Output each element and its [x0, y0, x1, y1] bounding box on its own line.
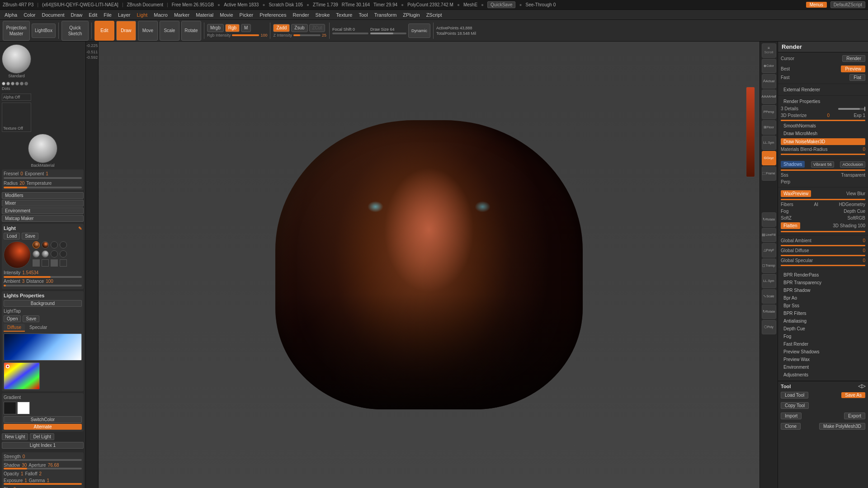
dot-3[interactable]: [11, 82, 14, 85]
lightbox-btn[interactable]: LightBox: [32, 23, 56, 38]
menu-draw[interactable]: Draw: [68, 11, 85, 19]
matcap-maker-btn[interactable]: Matcap Maker: [2, 215, 84, 222]
shadows-btn[interactable]: Shadows: [781, 161, 805, 168]
menu-alpha[interactable]: Alpha: [2, 11, 20, 19]
copy-tool-btn[interactable]: Copy Tool: [781, 402, 809, 409]
environment-btn[interactable]: Environment: [2, 207, 84, 214]
canvas-area[interactable]: [99, 42, 760, 488]
move-btn[interactable]: Move: [138, 21, 158, 41]
background-btn[interactable]: Background: [4, 300, 82, 307]
tool-collapse-icon[interactable]: ◁▷: [858, 383, 865, 389]
light-index-btn[interactable]: Light Index 1: [2, 442, 84, 449]
draw-noisemaker3d-btn[interactable]: Draw NoiseMaker3D: [781, 138, 865, 145]
zadd-btn[interactable]: Zadd: [273, 24, 290, 32]
fog-btn[interactable]: Fog: [781, 333, 865, 340]
bpr-renderpass-btn[interactable]: BPR RenderPass: [781, 271, 865, 279]
rotate-icon[interactable]: ↻Rotate: [762, 212, 776, 227]
menu-material[interactable]: Material: [193, 11, 216, 19]
rotate-btn[interactable]: Rotate: [181, 21, 201, 41]
dot-2[interactable]: [6, 82, 10, 85]
flat-btn[interactable]: Flat: [849, 74, 865, 81]
adjustments-btn[interactable]: Adjustments: [781, 371, 865, 379]
scroll-icon[interactable]: ≡Scroll: [762, 43, 776, 58]
menus-btn[interactable]: Menus: [806, 2, 827, 8]
menu-picker[interactable]: Picker: [237, 11, 256, 19]
dot-6[interactable]: [24, 82, 28, 85]
frame-icon[interactable]: ⬚Frame: [762, 166, 776, 181]
scale-btn[interactable]: Scale: [160, 21, 179, 41]
modifiers-btn[interactable]: Modifiers: [2, 192, 84, 199]
polyf-icon[interactable]: △PolyF: [762, 243, 776, 258]
light-load-btn[interactable]: Load: [4, 233, 20, 239]
menu-texture[interactable]: Texture: [333, 11, 355, 19]
light-sphere-main[interactable]: [4, 241, 31, 268]
edit-btn[interactable]: Edit: [94, 21, 114, 41]
del-light-btn[interactable]: Del Light: [30, 433, 54, 440]
make-polymesh-btn[interactable]: Make PolyMesh3D: [819, 423, 865, 430]
lsym2-icon[interactable]: LL.Sym: [762, 274, 776, 288]
rgb-btn[interactable]: Rgb: [225, 24, 240, 32]
swatch-dark[interactable]: [4, 402, 16, 414]
texture-off-box[interactable]: Texture Off: [2, 103, 31, 132]
transp-icon[interactable]: ◻Transp: [762, 258, 776, 273]
mrgb-btn[interactable]: Mrgb: [207, 24, 224, 32]
draw-micromesh-btn[interactable]: Draw MicroMesh: [781, 130, 865, 137]
gxyz-icon[interactable]: GGxyz: [762, 151, 776, 165]
m-btn[interactable]: M: [241, 24, 251, 32]
menu-light[interactable]: Light: [134, 11, 150, 19]
menu-render[interactable]: Render: [290, 11, 311, 19]
light-small-2[interactable]: [42, 250, 49, 258]
back-material-sphere[interactable]: [28, 134, 57, 163]
dot-1[interactable]: [2, 82, 5, 85]
default-script[interactable]: DefaultZScript: [830, 1, 865, 8]
preview-shadows-btn[interactable]: Preview Shadows: [781, 348, 865, 356]
light-sq-2[interactable]: [42, 259, 49, 267]
aocclusion-btn[interactable]: AOcclusion: [840, 161, 865, 168]
draw-btn[interactable]: Draw: [116, 21, 136, 41]
preview-wax-btn[interactable]: Preview Wax: [781, 356, 865, 363]
bpr-ao-btn[interactable]: Bpr Ao: [781, 294, 865, 302]
light-icon-4[interactable]: [60, 241, 67, 249]
specular-tab[interactable]: Specular: [26, 324, 51, 332]
menu-transform[interactable]: Transform: [372, 11, 400, 19]
menu-zscript[interactable]: ZScript: [424, 11, 445, 19]
depth-cue-btn[interactable]: Depth Cue: [781, 325, 865, 333]
menu-marker[interactable]: Marker: [171, 11, 192, 19]
poly-icon[interactable]: ⬡Poly: [762, 320, 776, 334]
menu-edit[interactable]: Edit: [86, 11, 100, 19]
wax-preview-btn[interactable]: WaxPreview: [781, 190, 811, 197]
light-small-1[interactable]: [33, 250, 40, 258]
light-sq-4[interactable]: [60, 259, 67, 267]
menu-color[interactable]: Color: [21, 11, 38, 19]
export-btn[interactable]: Export: [844, 413, 865, 419]
light-icon-2[interactable]: [42, 241, 49, 249]
external-renderer-btn[interactable]: External Renderer: [781, 86, 865, 94]
menu-stroke[interactable]: Stroke: [313, 11, 333, 19]
dynamic-btn[interactable]: Dynamic: [408, 23, 430, 38]
swatch-light[interactable]: [17, 402, 30, 414]
light-icon-3[interactable]: [51, 241, 58, 249]
rotate2-icon[interactable]: ↻Rotate: [762, 305, 776, 319]
bpr-sss-btn[interactable]: Bpr Sss: [781, 302, 865, 310]
menu-layer[interactable]: Layer: [115, 11, 133, 19]
light-square-btn[interactable]: [33, 259, 40, 267]
load-tool-btn[interactable]: Load Tool: [781, 392, 808, 399]
render-btn[interactable]: Render: [842, 55, 865, 62]
mixer-btn[interactable]: Mixer: [2, 200, 84, 206]
open-btn[interactable]: Open: [4, 315, 21, 322]
actual-icon[interactable]: AActual: [762, 74, 776, 89]
light-icon-1[interactable]: [33, 241, 40, 249]
switchcolor-btn[interactable]: SwitchColor: [4, 416, 82, 423]
zcut-btn[interactable]: ZCut: [309, 24, 326, 32]
color-picker[interactable]: [4, 362, 40, 389]
aahalf-icon[interactable]: AAAAHalf: [762, 89, 776, 104]
light-small-3[interactable]: [51, 250, 58, 258]
light-edit-icon[interactable]: ✎: [78, 226, 82, 231]
zsub-btn[interactable]: Zsub: [291, 24, 307, 32]
menu-file[interactable]: File: [101, 11, 114, 19]
linefill-icon[interactable]: ▤LineFill: [762, 228, 776, 242]
menu-document[interactable]: Document: [39, 11, 67, 19]
alpha-off-box[interactable]: Alpha Off: [2, 94, 31, 101]
floor-icon[interactable]: ⊞Floor: [762, 120, 776, 135]
smooth-normals-btn[interactable]: SmoothNormals: [781, 122, 865, 130]
